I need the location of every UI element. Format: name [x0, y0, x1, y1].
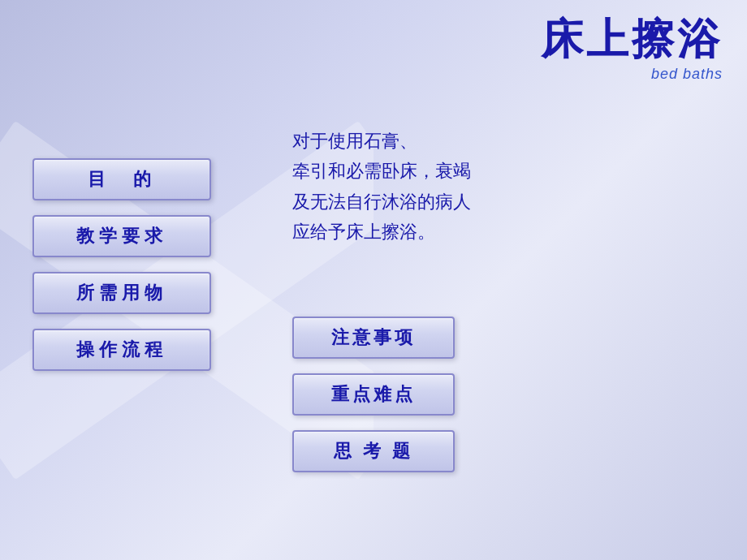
sub-title: bed baths	[541, 66, 723, 83]
main-title: 床上擦浴	[541, 16, 723, 62]
nav-button-zhuyi[interactable]: 注意事项	[292, 317, 455, 359]
right-button-group: 注意事项重点难点思 考 题	[292, 317, 455, 472]
nav-button-caozuo[interactable]: 操作流程	[32, 329, 211, 371]
nav-button-suoxu[interactable]: 所需用物	[32, 272, 211, 314]
title-area: 床上擦浴 bed baths	[541, 16, 723, 83]
nav-button-jiaoxue[interactable]: 教学要求	[32, 215, 211, 257]
left-button-group: 目 的教学要求所需用物操作流程	[32, 158, 211, 371]
nav-button-mudi[interactable]: 目 的	[32, 158, 211, 200]
description-text: 对于使用石膏、牵引和必需卧床，衰竭及无法自行沐浴的病人应给予床上擦浴。	[292, 126, 723, 248]
nav-button-zhongdian[interactable]: 重点难点	[292, 373, 455, 416]
nav-button-sikao[interactable]: 思 考 题	[292, 430, 455, 472]
